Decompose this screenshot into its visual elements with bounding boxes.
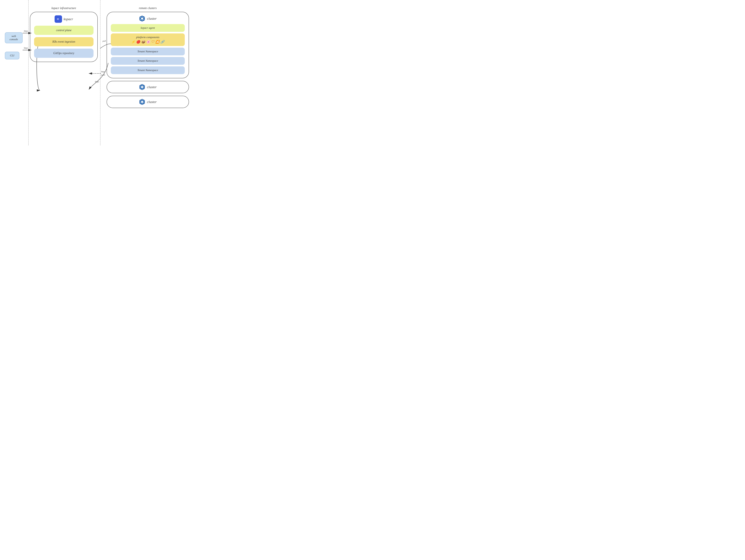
push-label2: push xyxy=(101,74,105,76)
kubernetes-icon-1 xyxy=(139,15,145,22)
platform-components-box: platform components ⚡ 🔴 📦 🌸 🛡 🔀 🔗 xyxy=(111,33,185,46)
cli-box: CLI xyxy=(5,52,20,59)
cluster-3-box: cluster xyxy=(106,96,189,108)
k8s-event-label: K8s event ingestion xyxy=(53,40,75,43)
divider-right xyxy=(100,0,100,145)
platform-components-label: platform components xyxy=(136,36,159,39)
platform-icons-row: ⚡ 🔴 📦 🌸 🛡 🔀 🔗 xyxy=(114,40,182,44)
kubernetes-icon-2 xyxy=(139,84,145,90)
pull-label: pull xyxy=(102,40,106,42)
cluster-2-box: cluster xyxy=(106,81,189,93)
kspacr-agent-label: kspacr agent xyxy=(141,26,155,29)
tenant-ns-1-box: Tenant Namespace xyxy=(111,47,185,55)
remote-clusters-area: remote clusters cluster kspacr xyxy=(106,6,189,110)
kspacr-logo-icon xyxy=(55,15,62,23)
gitops-box: GitOps repository xyxy=(34,48,94,58)
tenant-ns-3-box: Tenant Namespace xyxy=(111,66,185,74)
cli-arrow-label: https xyxy=(24,47,28,49)
app-icon-6: 🔀 xyxy=(155,40,159,44)
k8s-event-box: K8s event ingestion xyxy=(34,37,94,46)
web-console-arrow-label: https xyxy=(24,30,28,32)
remote-clusters-label: remote clusters xyxy=(106,6,189,10)
svg-point-11 xyxy=(141,86,143,88)
kubernetes-icon-3 xyxy=(139,99,145,105)
web-console-label: webconsole xyxy=(5,32,23,43)
cluster-1-title: cluster xyxy=(147,17,157,21)
svg-point-3 xyxy=(141,18,143,20)
kspacr-outer-box: kspacr control plane K8s event ingestion… xyxy=(30,12,98,62)
tenant-ns-3-label: Tenant Namespace xyxy=(137,69,158,72)
tenant-ns-2-box: Tenant Namespace xyxy=(111,57,185,65)
kspacr-header: kspacr xyxy=(34,15,94,23)
flagger-icon: ⚡ xyxy=(131,40,135,44)
app-icon-7: 🔗 xyxy=(160,40,164,44)
web-console-box: webconsole xyxy=(5,32,23,43)
gitops-label: GitOps repository xyxy=(53,52,74,55)
kspacr-infra-area: kspacr infrastructure kspacr control pla… xyxy=(30,6,98,62)
cli-label: CLI xyxy=(5,52,20,59)
control-plane-box: control plane xyxy=(34,26,94,35)
kspacr-agent-box: kspacr agent xyxy=(111,24,185,32)
svg-point-19 xyxy=(141,101,143,103)
app-icon-3: 📦 xyxy=(141,40,145,44)
app-icon-4: 🌸 xyxy=(146,40,150,44)
gitops-https-label: https xyxy=(95,80,99,83)
cluster-1-header: cluster xyxy=(111,15,185,22)
cluster-1-box: cluster kspacr agent platform components… xyxy=(106,12,189,78)
kspacr-infra-label: kspacr infrastructure xyxy=(30,6,98,10)
control-plane-label: control plane xyxy=(56,29,71,32)
cluster-2-header: cluster xyxy=(111,84,185,90)
cluster-2-title: cluster xyxy=(147,85,157,89)
tenant-ns-2-label: Tenant Namespace xyxy=(137,59,158,62)
cluster-3-title: cluster xyxy=(147,100,157,104)
architecture-diagram: https https https push https pull webcon… xyxy=(0,0,194,145)
divider-left xyxy=(28,0,29,145)
app-icon-5: 🛡 xyxy=(151,40,154,44)
cluster-3-header: cluster xyxy=(111,99,185,105)
gitops-agent-arrow xyxy=(89,63,108,90)
tenant-ns-1-label: Tenant Namespace xyxy=(137,50,158,53)
push-label: https xyxy=(101,70,105,73)
app-icon-2: 🔴 xyxy=(136,40,140,44)
kspacr-app-title: kspacr xyxy=(64,17,73,21)
